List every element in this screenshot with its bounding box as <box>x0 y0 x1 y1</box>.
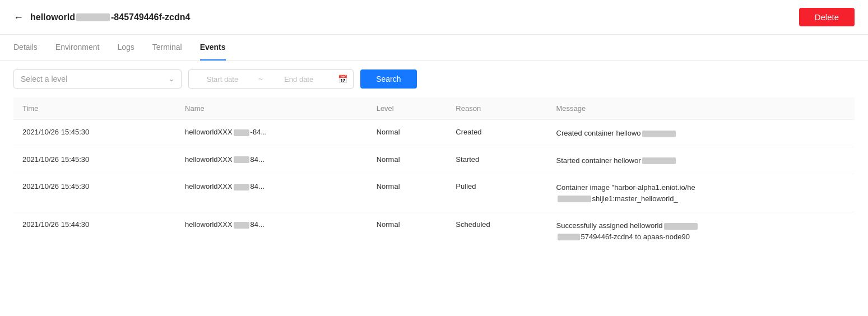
cell-reason: Started <box>447 147 547 174</box>
table-container: Time Name Level Reason Message 2021/10/2… <box>13 97 855 250</box>
msg-redacted <box>664 223 698 230</box>
cell-time: 2021/10/26 15:45:30 <box>13 147 176 174</box>
col-message: Message <box>547 97 855 120</box>
cell-message: Created container hellowo <box>547 120 855 147</box>
tab-terminal[interactable]: Terminal <box>152 35 182 61</box>
tab-bar: Details Environment Logs Terminal Events <box>0 35 868 61</box>
calendar-icon[interactable]: 📅 <box>332 70 353 88</box>
back-button[interactable]: ← <box>13 12 24 22</box>
events-table: Time Name Level Reason Message 2021/10/2… <box>13 97 855 250</box>
cell-time: 2021/10/26 15:45:30 <box>13 174 176 212</box>
name-redacted <box>234 156 249 163</box>
end-date-input[interactable]: End date <box>265 71 332 88</box>
name-redacted <box>234 129 249 136</box>
cell-reason: Scheduled <box>447 212 547 250</box>
tab-details[interactable]: Details <box>13 35 38 61</box>
cell-level: Normal <box>368 212 447 250</box>
table-row: 2021/10/26 15:45:30 helloworldXXX-84... … <box>13 120 855 147</box>
header-left: ← helloworld-845749446f-zcdn4 <box>13 12 190 22</box>
cell-name: helloworldXXX84... <box>176 147 368 174</box>
table-row: 2021/10/26 15:44:30 helloworldXXX84... N… <box>13 212 855 250</box>
col-reason: Reason <box>447 97 547 120</box>
cell-name: helloworldXXX84... <box>176 212 368 250</box>
filter-bar: Select a level ⌄ Start date ~ End date 📅… <box>0 61 868 97</box>
date-separator: ~ <box>256 75 265 83</box>
col-name: Name <box>176 97 368 120</box>
cell-level: Normal <box>368 174 447 212</box>
date-range-picker[interactable]: Start date ~ End date 📅 <box>188 69 354 89</box>
search-button[interactable]: Search <box>360 69 416 89</box>
cell-message: Started container hellowor <box>547 147 855 174</box>
tab-environment[interactable]: Environment <box>55 35 100 61</box>
tab-logs[interactable]: Logs <box>117 35 134 61</box>
level-select-placeholder: Select a level <box>21 75 67 83</box>
msg-redacted2 <box>558 234 580 240</box>
events-table-wrap: Time Name Level Reason Message 2021/10/2… <box>0 97 868 250</box>
cell-reason: Pulled <box>447 174 547 212</box>
msg-redacted <box>642 131 676 137</box>
msg-redacted <box>642 157 676 164</box>
col-level: Level <box>368 97 447 120</box>
title-redacted <box>76 13 110 21</box>
page-header: ← helloworld-845749446f-zcdn4 Delete <box>0 0 868 35</box>
name-redacted <box>234 222 249 229</box>
tab-events[interactable]: Events <box>200 35 226 61</box>
delete-button[interactable]: Delete <box>799 8 855 26</box>
cell-name: helloworldXXX84... <box>176 174 368 212</box>
page-title: helloworld-845749446f-zcdn4 <box>30 12 190 22</box>
msg-redacted <box>558 196 591 202</box>
cell-level: Normal <box>368 120 447 147</box>
table-row: 2021/10/26 15:45:30 helloworldXXX84... N… <box>13 174 855 212</box>
table-row: 2021/10/26 15:45:30 helloworldXXX84... N… <box>13 147 855 174</box>
cell-message: Successfully assigned helloworld 5749446… <box>547 212 855 250</box>
level-select[interactable]: Select a level ⌄ <box>13 69 182 89</box>
cell-time: 2021/10/26 15:45:30 <box>13 120 176 147</box>
cell-message: Container image "harbor-alpha1.eniot.io/… <box>547 174 855 212</box>
cell-level: Normal <box>368 147 447 174</box>
start-date-input[interactable]: Start date <box>189 71 256 88</box>
cell-time: 2021/10/26 15:44:30 <box>13 212 176 250</box>
table-header-row: Time Name Level Reason Message <box>13 97 855 120</box>
name-redacted <box>234 184 249 190</box>
col-time: Time <box>13 97 176 120</box>
cell-name: helloworldXXX-84... <box>176 120 368 147</box>
cell-reason: Created <box>447 120 547 147</box>
chevron-down-icon: ⌄ <box>169 75 174 83</box>
